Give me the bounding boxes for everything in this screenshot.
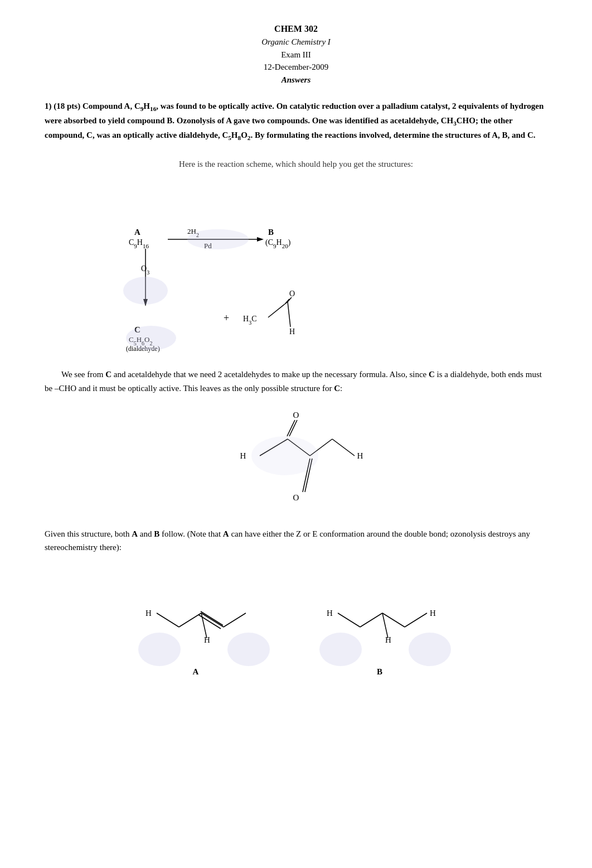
structure-c-svg: O H H O [157, 406, 435, 512]
c-O-top: O [293, 411, 299, 419]
c-co-top2 [289, 420, 297, 436]
acetaldehyde-H: H [289, 327, 295, 336]
b-struct-label: B [377, 667, 382, 676]
co-bond [288, 297, 292, 302]
page-header: CHEM 302 Organic Chemistry I Exam III 12… [45, 22, 547, 86]
A-formula: C9H16 [129, 238, 149, 249]
question-points: (18 pts) [54, 102, 83, 110]
reaction-intro: Here is the reaction scheme, which shoul… [45, 160, 547, 169]
a-bond2 [179, 613, 201, 627]
B-formula: (C9H20) [265, 238, 291, 249]
smear-b-right [409, 633, 451, 666]
plus-sign: + [224, 312, 229, 324]
a-struct-label: A [193, 667, 199, 676]
h3c-label: H3C [243, 315, 256, 326]
B-label: B [268, 228, 274, 237]
smear-c [126, 326, 176, 350]
acetaldehyde-O: O [289, 290, 295, 298]
c-O-bottom: O [293, 493, 299, 502]
acetaldehyde-bond2 [288, 302, 307, 317]
b-bond3 [382, 613, 405, 627]
exam-date: 12-December-2009 [45, 61, 547, 74]
given-text: Given this structure, both A and B follo… [45, 527, 547, 555]
b-bond1 [338, 613, 360, 627]
b-bond4 [405, 613, 427, 627]
question-number: 1) [45, 102, 54, 110]
c-co-top1 [287, 420, 295, 436]
reaction-scheme: A C9H16 2H2 Pd B (C9H20) O3 + H3C O [45, 179, 547, 358]
b-ch-bond [382, 613, 388, 638]
exam-label: Exam III [45, 49, 547, 61]
smear-a-left [138, 633, 181, 666]
a-H1: H [145, 609, 152, 618]
ab-structures-diagram: H H A H H H B [45, 560, 547, 683]
smear-a-right [227, 633, 270, 666]
b-H3: H [430, 609, 436, 618]
question-text: 1) (18 pts) Compound A, C9H16, was found… [45, 99, 547, 143]
ch-bond [288, 302, 290, 327]
smear-b-left [319, 633, 362, 666]
smear-ab [187, 229, 249, 249]
a-bond3 [201, 613, 224, 627]
c-H-left: H [240, 451, 246, 460]
A-label: A [134, 228, 140, 237]
answers-label: Answers [45, 74, 547, 86]
smear-ozone [123, 277, 168, 305]
a-H2: H [204, 635, 210, 644]
question-body: Compound A, C9H16, was found to be optic… [45, 102, 544, 139]
explanation-text: We see from C and acetaldehyde that we n… [45, 368, 547, 396]
scheme-svg: A C9H16 2H2 Pd B (C9H20) O3 + H3C O [101, 179, 491, 358]
b-H2: H [385, 635, 391, 644]
a-bond4 [224, 613, 246, 627]
c-H-right: H [357, 451, 363, 460]
a-ch-bond [201, 613, 207, 638]
course-subtitle: Organic Chemistry I [45, 36, 547, 49]
b-bond2 [360, 613, 382, 627]
acetaldehyde-bond1 [268, 302, 288, 317]
c-main-bond3 [332, 439, 355, 456]
ab-svg: H H A H H H B [87, 560, 505, 683]
b-H1: H [327, 609, 333, 618]
smear-c-struct [251, 436, 318, 475]
course-title: CHEM 302 [45, 22, 547, 36]
arrow-ab-head [257, 237, 264, 242]
structure-c-diagram: O H H O [45, 406, 547, 517]
a-bond1 [157, 613, 179, 627]
